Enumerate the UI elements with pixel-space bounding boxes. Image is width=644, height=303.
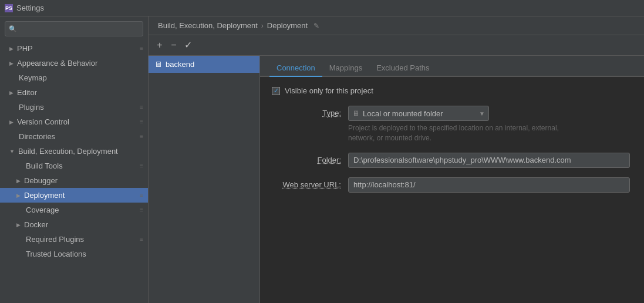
- sidebar-item-trusted-locations[interactable]: Trusted Locations: [0, 247, 148, 261]
- sidebar-item-coverage[interactable]: Coverage≡: [0, 203, 148, 217]
- sidebar-item-label: Required Plugins: [26, 235, 84, 244]
- folder-row: Folder:: [272, 153, 632, 168]
- folder-input[interactable]: [348, 153, 630, 168]
- sidebar-item-label: Keymap: [19, 73, 47, 82]
- chevron-right-icon: [9, 46, 14, 52]
- sidebar-item-php[interactable]: PHP≡: [0, 41, 148, 56]
- type-dropdown[interactable]: 🖥 Local or mounted folder ▼: [348, 106, 489, 121]
- sidebar: 🔍 PHP≡Appearance & BehaviorKeymapEditorP…: [0, 16, 149, 303]
- sidebar-item-label: Trusted Locations: [26, 250, 86, 258]
- sidebar-ext-icon: ≡: [140, 163, 143, 169]
- sidebar-item-editor[interactable]: Editor: [0, 85, 148, 100]
- main-layout: 🔍 PHP≡Appearance & BehaviorKeymapEditorP…: [0, 16, 644, 303]
- connection-tab-content: ✓ Visible only for this project Type: 🖥 …: [260, 77, 644, 303]
- sidebar-ext-icon: ≡: [140, 133, 143, 140]
- search-icon: 🔍: [9, 25, 17, 33]
- sidebar-item-deployment[interactable]: Deployment≡: [0, 188, 148, 203]
- chevron-right-icon: [9, 119, 14, 125]
- sidebar-ext-icon: ≡: [140, 119, 143, 125]
- sidebar-item-label: Directories: [19, 132, 55, 141]
- sidebar-item-label: PHP: [17, 44, 33, 53]
- sidebar-ext-icon: ≡: [140, 236, 143, 243]
- remove-server-button[interactable]: −: [167, 39, 180, 52]
- sidebar-item-label: Appearance & Behavior: [17, 59, 97, 68]
- right-panel: Build, Execution, Deployment › Deploymen…: [149, 16, 644, 303]
- type-label: Type:: [272, 106, 348, 117]
- sidebar-item-label: Docker: [24, 220, 48, 229]
- sidebar-item-directories[interactable]: Directories≡: [0, 129, 148, 144]
- chevron-down-icon: ▼: [479, 110, 485, 117]
- title-bar: PS Settings: [0, 0, 644, 16]
- sidebar-item-debugger[interactable]: Debugger: [0, 173, 148, 188]
- type-row: Type: 🖥 Local or mounted folder ▼ Projec…: [272, 106, 632, 143]
- breadcrumb-bar: Build, Execution, Deployment › Deploymen…: [149, 16, 644, 35]
- sidebar-item-required-plugins[interactable]: Required Plugins≡: [0, 232, 148, 247]
- app-icon: PS: [5, 4, 13, 12]
- chevron-right-icon: [16, 178, 21, 184]
- tab-excluded-paths[interactable]: Excluded Paths: [369, 60, 436, 77]
- sidebar-item-docker[interactable]: Docker: [0, 217, 148, 232]
- type-control: 🖥 Local or mounted folder ▼ Project is d…: [348, 106, 632, 143]
- deployment-content: 🖥 backend Connection Mappings Excluded P…: [149, 56, 644, 303]
- deployment-toolbar: + − ✓: [149, 35, 644, 56]
- sidebar-items-container: PHP≡Appearance & BehaviorKeymapEditorPlu…: [0, 41, 148, 261]
- sidebar-ext-icon: ≡: [140, 104, 143, 110]
- add-server-button[interactable]: +: [153, 39, 166, 52]
- search-input[interactable]: [20, 25, 139, 33]
- tabs-bar: Connection Mappings Excluded Paths: [260, 56, 644, 77]
- tab-mappings[interactable]: Mappings: [322, 60, 369, 77]
- visible-only-label: Visible only for this project: [285, 86, 373, 95]
- web-server-url-input[interactable]: [348, 177, 630, 193]
- visible-only-checkbox[interactable]: ✓: [272, 87, 280, 95]
- server-item-backend[interactable]: 🖥 backend: [149, 56, 259, 73]
- folder-control: [348, 153, 632, 168]
- chevron-right-icon: [16, 193, 21, 198]
- server-list: 🖥 backend: [149, 56, 260, 303]
- server-item-label: backend: [166, 60, 194, 69]
- window-title: Settings: [16, 4, 44, 12]
- sidebar-ext-icon: ≡: [140, 45, 143, 52]
- web-server-url-control: [348, 177, 632, 193]
- type-hint: Project is deployed to the specified loc…: [348, 123, 583, 143]
- visible-only-row: ✓ Visible only for this project: [272, 86, 632, 95]
- sidebar-item-label: Version Control: [17, 117, 69, 126]
- deployment-area: + − ✓ 🖥 backend Connection M: [149, 35, 644, 303]
- chevron-right-icon: [9, 60, 14, 66]
- apply-button[interactable]: ✓: [181, 39, 194, 52]
- config-panel: Connection Mappings Excluded Paths ✓ Vis…: [260, 56, 644, 303]
- sidebar-item-label: Editor: [17, 88, 37, 97]
- sidebar-item-build-execution-deployment[interactable]: Build, Execution, Deployment: [0, 144, 148, 159]
- folder-label: Folder:: [272, 153, 348, 164]
- sidebar-item-appearance-behavior[interactable]: Appearance & Behavior: [0, 56, 148, 70]
- sidebar-item-label: Debugger: [24, 176, 58, 185]
- search-box[interactable]: 🔍: [5, 21, 143, 36]
- sidebar-item-label: Build Tools: [26, 161, 63, 170]
- type-dropdown-icon: 🖥: [352, 109, 359, 117]
- breadcrumb-separator: ›: [261, 22, 264, 30]
- web-server-url-label: Web server URL:: [272, 177, 348, 189]
- sidebar-item-label: Deployment: [24, 191, 65, 200]
- web-server-url-row: Web server URL:: [272, 177, 632, 193]
- chevron-down-icon: [9, 149, 15, 154]
- edit-icon: ✎: [313, 22, 319, 30]
- chevron-right-icon: [9, 90, 14, 96]
- sidebar-item-label: Build, Execution, Deployment: [18, 147, 118, 156]
- sidebar-item-plugins[interactable]: Plugins≡: [0, 100, 148, 115]
- sidebar-item-label: Plugins: [19, 103, 44, 112]
- sidebar-item-build-tools[interactable]: Build Tools≡: [0, 159, 148, 173]
- chevron-right-icon: [16, 222, 21, 228]
- server-icon: 🖥: [154, 60, 162, 69]
- sidebar-ext-icon: ≡: [140, 192, 143, 198]
- sidebar-ext-icon: ≡: [140, 207, 143, 213]
- breadcrumb-parent: Build, Execution, Deployment: [158, 21, 258, 30]
- type-dropdown-value: Local or mounted folder: [363, 109, 476, 118]
- breadcrumb-current: Deployment: [267, 21, 308, 30]
- sidebar-item-label: Coverage: [26, 206, 59, 214]
- tab-connection[interactable]: Connection: [269, 60, 322, 77]
- sidebar-item-version-control[interactable]: Version Control≡: [0, 115, 148, 129]
- sidebar-item-keymap[interactable]: Keymap: [0, 70, 148, 85]
